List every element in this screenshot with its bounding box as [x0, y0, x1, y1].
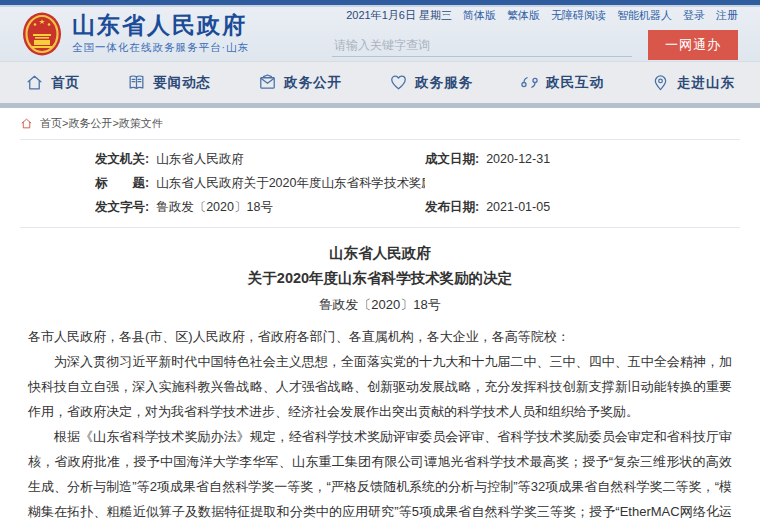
document-title-line1: 山东省人民政府 [20, 241, 740, 266]
meta-title-label: 标 题: [95, 176, 149, 190]
link-register[interactable]: 注册 [716, 8, 738, 23]
book-icon [127, 73, 146, 92]
salutation: 各市人民政府，各县(市、区)人民政府，省政府各部门、各直属机构，各大企业，各高等… [28, 324, 732, 349]
document-body: 各市人民政府，各县(市、区)人民政府，省政府各部门、各直属机构，各大企业，各高等… [20, 324, 740, 520]
document-title-block: 山东省人民政府 关于2020年度山东省科学技术奖励的决定 鲁政发〔2020〕18… [20, 241, 740, 314]
top-utility-bar: 2021年1月6日 星期三 简体版 繁体版 无障碍阅读 智能机器人 登录 注册 [346, 8, 738, 23]
meta-written-date: 成文日期:2020-12-31 [425, 151, 740, 168]
meta-doc-no-label: 发文字号: [95, 200, 149, 214]
site-subtitle: 全国一体化在线政务服务平台·山东 [72, 41, 249, 55]
nav-label: 首页 [51, 74, 80, 92]
nav-item-gov-disclosure[interactable]: 政务公开 [258, 73, 342, 92]
main-navigation: 首页 要闻动态 政务公开 政务服务 政民互动 走进山东 [0, 62, 760, 103]
nav-item-gov-services[interactable]: 政务服务 [389, 73, 473, 92]
page-content: 首页>政务公开>政策文件 发文机关:山东省人民政府 成文日期:2020-12-3… [0, 108, 760, 520]
meta-title: 标 题:山东省人民政府关于2020年度山东省科学技术奖励的决定 [95, 175, 425, 192]
site-title: 山东省人民政府 [72, 13, 249, 38]
nav-item-home[interactable]: 首页 [25, 73, 80, 92]
nav-label: 政务公开 [284, 74, 342, 92]
one-stop-portal-button[interactable]: 一网通办 [648, 30, 738, 60]
meta-empty-cell [425, 175, 740, 192]
meta-written-date-value: 2020-12-31 [486, 152, 550, 166]
current-date: 2021年1月6日 星期三 [346, 8, 452, 23]
mail-icon [258, 73, 277, 92]
meta-issuer-value: 山东省人民政府 [156, 152, 244, 166]
link-traditional-chinese[interactable]: 繁体版 [507, 8, 540, 23]
meta-issuer: 发文机关:山东省人民政府 [95, 151, 425, 168]
nav-label: 政务服务 [415, 74, 473, 92]
nav-label: 要闻动态 [153, 74, 211, 92]
meta-publish-date-value: 2021-01-05 [486, 200, 550, 214]
paragraph: 为深入贯彻习近平新时代中国特色社会主义思想，全面落实党的十九大和十九届二中、三中… [28, 349, 732, 424]
map-pin-icon [651, 73, 670, 92]
meta-written-date-label: 成文日期: [425, 152, 479, 166]
nav-item-enter-shandong[interactable]: 走进山东 [651, 73, 735, 92]
meta-doc-no: 发文字号:鲁政发〔2020〕18号 [95, 199, 425, 216]
home-icon [25, 73, 44, 92]
meta-doc-no-value: 鲁政发〔2020〕18号 [156, 200, 273, 214]
meta-issuer-label: 发文机关: [95, 152, 149, 166]
home-icon [20, 117, 33, 130]
meta-publish-date-label: 发布日期: [425, 200, 479, 214]
paragraph: 根据《山东省科学技术奖励办法》规定，经省科学技术奖励评审委员会评审、省科学技术奖… [28, 424, 732, 520]
meta-publish-date: 发布日期:2021-01-05 [425, 199, 740, 216]
link-accessibility[interactable]: 无障碍阅读 [551, 8, 606, 23]
document-metadata-box: 发文机关:山东省人民政府 成文日期:2020-12-31 标 题:山东省人民政府… [20, 139, 740, 228]
national-emblem-logo [22, 12, 62, 56]
link-login[interactable]: 登录 [683, 8, 705, 23]
top-blue-strip [0, 0, 760, 7]
link-simplified-chinese[interactable]: 简体版 [463, 8, 496, 23]
breadcrumb[interactable]: 首页>政务公开>政策文件 [20, 108, 740, 139]
nav-label: 政民互动 [546, 74, 604, 92]
chat-quote-icon [520, 73, 539, 92]
nav-item-news[interactable]: 要闻动态 [127, 73, 211, 92]
nav-label: 走进山东 [677, 74, 735, 92]
breadcrumb-path: 首页>政务公开>政策文件 [40, 116, 163, 131]
search-row: 一网通办 [332, 30, 738, 60]
heart-icon [389, 73, 408, 92]
document-title-line2: 关于2020年度山东省科学技术奖励的决定 [20, 266, 740, 291]
search-input[interactable] [332, 34, 632, 57]
brand-text: 山东省人民政府 全国一体化在线政务服务平台·山东 [72, 13, 249, 55]
site-header: 山东省人民政府 全国一体化在线政务服务平台·山东 2021年1月6日 星期三 简… [0, 7, 760, 62]
document-number: 鲁政发〔2020〕18号 [20, 296, 740, 314]
nav-item-interaction[interactable]: 政民互动 [520, 73, 604, 92]
site-brand[interactable]: 山东省人民政府 全国一体化在线政务服务平台·山东 [22, 12, 249, 56]
link-smart-robot[interactable]: 智能机器人 [617, 8, 672, 23]
header-right: 2021年1月6日 星期三 简体版 繁体版 无障碍阅读 智能机器人 登录 注册 … [332, 8, 738, 60]
meta-title-value: 山东省人民政府关于2020年度山东省科学技术奖励的决定 [156, 176, 425, 190]
